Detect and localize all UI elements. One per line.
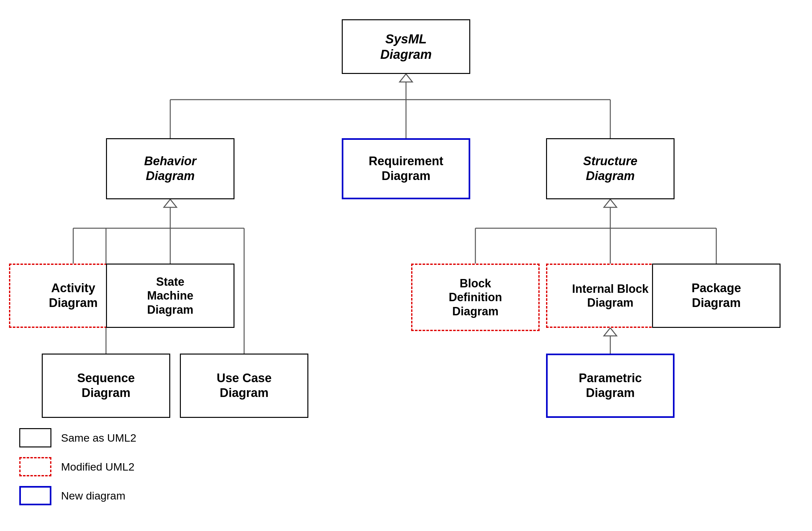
legend-label-solid: Same as UML2 xyxy=(61,432,136,444)
node-requirement: Requirement Diagram xyxy=(342,138,470,199)
svg-marker-14 xyxy=(604,199,617,207)
legend-label-dashed: Modified UML2 xyxy=(61,461,134,473)
legend-item-blue: New diagram xyxy=(19,486,136,505)
node-sysml: SysML Diagram xyxy=(342,19,470,74)
legend-item-solid: Same as UML2 xyxy=(19,428,136,447)
node-package: Package Diagram xyxy=(652,264,781,328)
svg-marker-7 xyxy=(164,199,177,207)
node-statemachine: State Machine Diagram xyxy=(106,264,234,328)
node-sequence: Sequence Diagram xyxy=(42,353,170,418)
diagram-container: SysML Diagram Behavior Diagram Requireme… xyxy=(0,0,812,531)
legend-item-dashed: Modified UML2 xyxy=(19,457,136,476)
svg-marker-5 xyxy=(400,74,412,82)
svg-marker-20 xyxy=(604,328,617,336)
legend-icon-solid xyxy=(19,428,52,447)
legend: Same as UML2 Modified UML2 New diagram xyxy=(19,428,136,505)
legend-icon-dashed xyxy=(19,457,52,476)
legend-label-blue: New diagram xyxy=(61,490,125,502)
node-blockdef: Block Definition Diagram xyxy=(411,264,540,331)
node-behavior: Behavior Diagram xyxy=(106,138,234,199)
node-usecase: Use Case Diagram xyxy=(180,353,308,418)
node-parametric: Parametric Diagram xyxy=(546,353,675,418)
legend-icon-blue xyxy=(19,486,52,505)
node-structure: Structure Diagram xyxy=(546,138,675,199)
